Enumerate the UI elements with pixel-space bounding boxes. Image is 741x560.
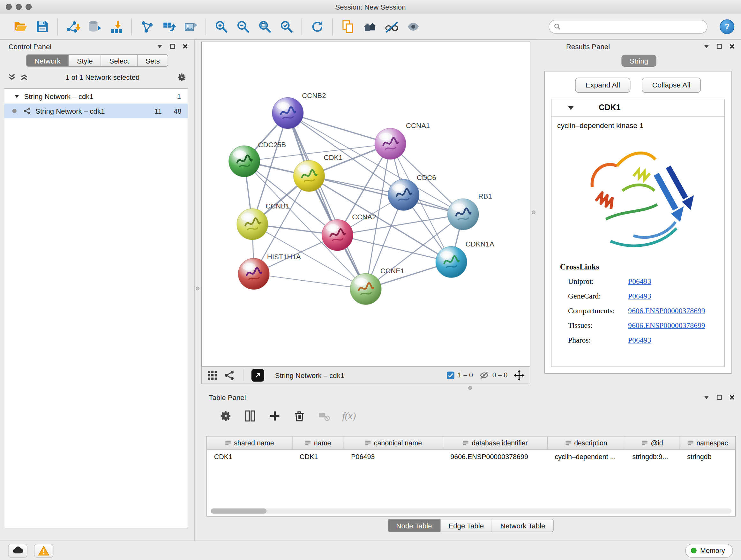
network-node-CCNB1[interactable] [237,208,268,240]
cloud-status-button[interactable] [8,544,27,557]
tab-node-table[interactable]: Node Table [388,519,440,532]
panel-maximize-icon[interactable] [716,394,723,401]
network-view-icon[interactable] [224,370,235,381]
expand-all-button[interactable]: Expand All [575,78,630,92]
tab-network[interactable]: Network [26,55,69,66]
panel-close-icon[interactable] [729,43,735,50]
pan-crosshair-icon[interactable] [514,370,525,381]
network-edge-CCNB2-CCNE1[interactable] [288,113,366,289]
grid-view-icon[interactable] [207,370,218,381]
panel-maximize-icon[interactable] [716,43,723,50]
tab-network-table[interactable]: Network Table [492,519,553,532]
column-header-database-identifier[interactable]: database identifier [443,436,548,449]
help-button[interactable]: ? [720,19,734,34]
network-node-CDC6[interactable] [388,179,419,210]
collapse-all-button[interactable]: Collapse All [642,78,701,92]
import-table-icon[interactable] [105,16,127,37]
network-edge-CDK1-RB1[interactable] [309,176,463,214]
crosslink-tissues[interactable]: 9606.ENSP00000378699 [628,321,705,329]
left-splitter-handle[interactable] [196,287,199,291]
export-image-icon[interactable] [180,16,201,37]
memory-button[interactable]: Memory [685,544,733,557]
zoom-fit-icon[interactable] [254,16,275,37]
apply-function-icon[interactable]: f(x) [342,410,356,422]
column-header-canonical-name[interactable]: canonical name [344,436,443,449]
tab-select[interactable]: Select [101,55,137,66]
scrollbar-thumb[interactable] [211,509,266,514]
import-network-file-icon[interactable] [62,16,84,37]
tab-edge-table[interactable]: Edge Table [440,519,492,532]
close-window-button[interactable] [6,4,12,10]
collapse-all-icon[interactable] [8,73,16,81]
network-node-CDKN1A[interactable] [435,246,467,278]
network-collection-row[interactable]: String Network – cdk1 1 [4,89,188,104]
column-header-id[interactable]: @id [625,436,680,449]
panel-maximize-icon[interactable] [169,43,176,50]
selected-checkbox-icon[interactable] [447,371,455,379]
tree-expand-icon[interactable] [14,94,19,99]
search-input[interactable] [564,20,707,33]
hide-selected-icon[interactable] [381,16,402,37]
network-options-gear-icon[interactable] [177,72,187,82]
minimize-window-button[interactable] [16,4,22,10]
panel-float-icon[interactable] [156,43,163,50]
expand-all-icon[interactable] [20,73,28,81]
tab-style[interactable]: Style [69,55,101,66]
panel-float-icon[interactable] [703,394,710,401]
show-columns-icon[interactable] [244,409,257,422]
panel-close-icon[interactable] [182,43,189,50]
network-canvas[interactable]: CCNB2CCNA1CDC25BCDK1CDC6RB1CCNB1CCNA2CDK… [201,42,530,367]
horizontal-splitter-handle[interactable] [468,386,472,390]
network-edge-HIST1H1A-CCNE1[interactable] [254,274,366,289]
column-header-namespace[interactable]: namespac [680,436,735,449]
save-session-icon[interactable] [31,16,53,37]
section-collapse-icon[interactable] [568,105,575,111]
network-node-CCNB2[interactable] [272,98,304,129]
tab-sets[interactable]: Sets [137,55,167,66]
network-node-RB1[interactable] [448,199,479,230]
show-all-icon[interactable] [402,16,424,37]
panel-float-icon[interactable] [703,43,710,50]
hidden-eye-icon[interactable] [479,370,489,380]
column-header-name[interactable]: name [293,436,344,449]
column-header-description[interactable]: description [548,436,625,449]
network-node-HIST1H1A[interactable] [238,258,269,290]
home-networks-icon[interactable] [359,16,381,37]
open-file-icon[interactable] [10,16,31,37]
cell-description[interactable]: cyclin–dependent ... [548,453,625,460]
panel-close-icon[interactable] [729,394,735,401]
delete-column-icon[interactable] [293,409,306,422]
copy-document-icon[interactable] [337,16,359,37]
add-column-icon[interactable] [268,409,281,422]
crosslink-compartments[interactable]: 9606.ENSP00000378699 [628,306,705,315]
right-splitter-handle[interactable] [532,210,536,214]
node-result-header[interactable]: CDK1 [551,99,724,117]
crosslink-uniprot[interactable]: P06493 [628,277,651,286]
table-row[interactable]: CDK1 CDK1 P06493 9606.ENSP00000378699 cy… [207,450,736,463]
network-node-CDC25B[interactable] [229,145,260,177]
export-network-icon[interactable] [158,16,180,37]
zoom-out-icon[interactable] [232,16,254,37]
network-edge-CCNA2-CDKN1A[interactable] [337,235,451,262]
cell-id[interactable]: stringdb:9... [625,453,680,460]
zoom-window-button[interactable] [25,4,31,10]
network-tools-icon[interactable] [136,16,158,37]
table-horizontal-scrollbar[interactable] [211,509,731,514]
cell-canonical-name[interactable]: P06493 [344,453,443,460]
cell-database-identifier[interactable]: 9606.ENSP00000378699 [443,453,548,460]
tab-string[interactable]: String [622,55,656,67]
warnings-button[interactable] [34,544,54,557]
network-node-CCNA1[interactable] [375,128,406,159]
network-node-CCNE1[interactable] [350,273,381,305]
network-row-selected[interactable]: String Network – cdk1 11 48 [4,104,188,118]
import-network-database-icon[interactable] [84,16,105,37]
refresh-view-icon[interactable] [307,16,328,37]
table-options-gear-icon[interactable] [219,409,232,422]
crosslink-genecard[interactable]: P06493 [628,292,651,300]
network-node-CDK1[interactable] [293,160,325,192]
cell-name[interactable]: CDK1 [293,453,344,460]
network-node-CCNA2[interactable] [322,219,353,251]
crosslink-pharos[interactable]: P06493 [628,335,651,344]
column-header-shared-name[interactable]: shared name [207,436,293,449]
network-edge-CCNB2-CCNA1[interactable] [288,113,390,144]
